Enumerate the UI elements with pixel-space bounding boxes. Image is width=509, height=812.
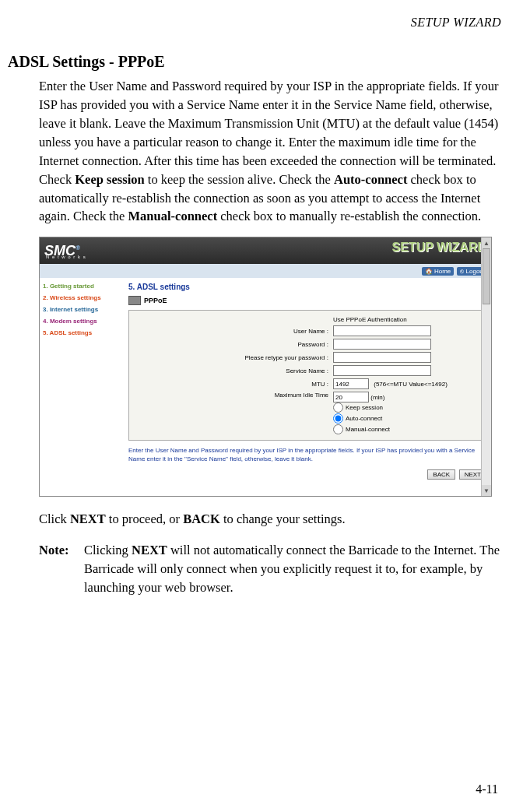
auto-connect-radio[interactable] bbox=[333, 413, 343, 424]
form-area: Use PPPoE Authentication User Name : Pas… bbox=[128, 310, 486, 441]
auth-heading-row: Use PPPoE Authentication bbox=[134, 316, 481, 323]
pppoe-line: PPPoE bbox=[128, 296, 486, 305]
service-input[interactable] bbox=[333, 365, 431, 376]
section-title: ADSL Settings - PPPoE bbox=[8, 53, 501, 71]
sidebar-step-5[interactable]: 5. ADSL settings bbox=[43, 329, 121, 336]
keep-session-radio[interactable] bbox=[333, 402, 343, 413]
intro-paragraph: Enter the User Name and Password require… bbox=[39, 77, 501, 226]
scrollbar[interactable]: ▲ ▼ bbox=[481, 237, 491, 496]
page-number: 4-11 bbox=[476, 782, 498, 796]
password-label: Password : bbox=[188, 341, 333, 348]
mtu-input[interactable] bbox=[333, 378, 369, 389]
content-heading: 5. ADSL settings bbox=[128, 283, 486, 291]
idle-label: Maximum Idle Time bbox=[188, 392, 333, 399]
screenshot-body: 1. Getting started 2. Wireless settings … bbox=[40, 278, 491, 496]
mtu-label: MTU : bbox=[188, 381, 333, 388]
sidebar-step-4[interactable]: 4. Modem settings bbox=[43, 318, 121, 325]
password-input[interactable] bbox=[333, 339, 431, 350]
user-input[interactable] bbox=[333, 325, 431, 336]
sidebar-step-2[interactable]: 2. Wireless settings bbox=[43, 294, 121, 301]
idle-unit: (min) bbox=[370, 394, 384, 401]
helper-text: Enter the User Name and Password require… bbox=[128, 447, 486, 463]
retype-label: Please retype your password : bbox=[188, 354, 333, 361]
screenshot-topbar: SMC® N e t w o r k s SETUP WIZARD bbox=[40, 237, 491, 264]
button-row: BACK NEXT bbox=[128, 469, 486, 480]
user-label: User Name : bbox=[188, 328, 333, 335]
note-label: Note: bbox=[39, 541, 84, 597]
retype-input[interactable] bbox=[333, 352, 431, 363]
scroll-up-arrow[interactable]: ▲ bbox=[482, 237, 491, 248]
wizard-sidebar: 1. Getting started 2. Wireless settings … bbox=[40, 278, 124, 496]
idle-input[interactable] bbox=[333, 392, 369, 402]
screenshot-content: 5. ADSL settings PPPoE Use PPPoE Authent… bbox=[124, 278, 491, 496]
scroll-thumb[interactable] bbox=[483, 248, 490, 304]
note-body: Clicking NEXT will not automatically con… bbox=[84, 541, 501, 597]
note-row: Note: Clicking NEXT will not automatical… bbox=[39, 541, 501, 597]
home-button[interactable]: 🏠 Home bbox=[422, 267, 455, 276]
service-label: Service Name : bbox=[188, 367, 333, 374]
back-button[interactable]: BACK bbox=[427, 469, 455, 480]
after-paragraph: Click NEXT to proceed, or BACK to change… bbox=[39, 510, 501, 529]
scroll-down-arrow[interactable]: ▼ bbox=[482, 485, 491, 496]
modem-icon bbox=[128, 296, 141, 305]
sidebar-step-1[interactable]: 1. Getting started bbox=[43, 283, 121, 290]
page-header: SETUP WIZARD bbox=[8, 16, 501, 30]
sidebar-step-3[interactable]: 3. Internet settings bbox=[43, 306, 121, 313]
mtu-hint: (576<=MTU Value<=1492) bbox=[374, 381, 448, 388]
embedded-screenshot: SMC® N e t w o r k s SETUP WIZARD 🏠 Home… bbox=[39, 237, 492, 497]
screenshot-toolbar: 🏠 Home ⎋ Logout bbox=[40, 264, 491, 278]
wizard-label: SETUP WIZARD bbox=[392, 241, 486, 255]
manual-connect-radio[interactable] bbox=[333, 424, 343, 434]
logo-subtext: N e t w o r k s bbox=[46, 255, 86, 259]
